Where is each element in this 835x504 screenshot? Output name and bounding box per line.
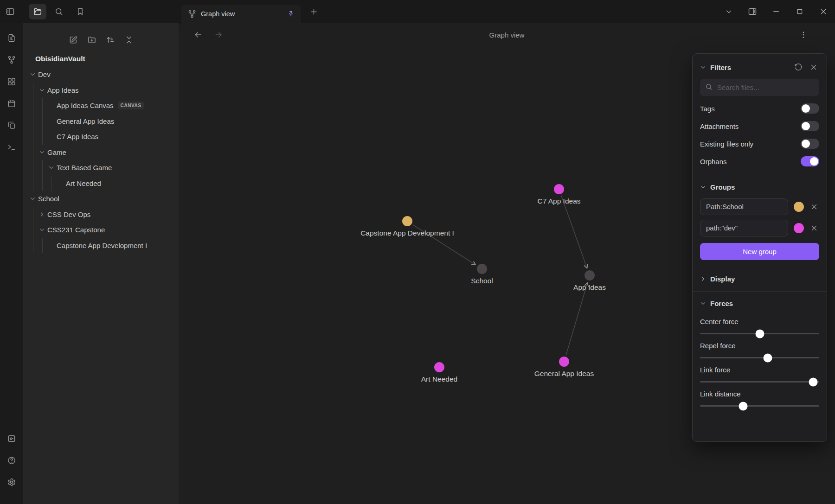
pin-icon[interactable] (287, 10, 295, 18)
sort-order-button[interactable] (105, 34, 116, 45)
forces-section-header[interactable]: Forces (700, 296, 819, 310)
toggle-orphans[interactable] (801, 156, 819, 166)
toggle-knob (802, 104, 810, 113)
chevron-down-icon[interactable] (39, 149, 47, 155)
slider-label: Center force (700, 318, 819, 325)
collapse-all-button[interactable] (123, 34, 135, 45)
indent-guide (30, 207, 39, 223)
chevron-down-icon[interactable] (30, 196, 38, 202)
maximize-button[interactable] (795, 6, 805, 17)
graph-node-appideas[interactable] (584, 270, 595, 281)
close-button[interactable] (818, 6, 829, 17)
group-query-input[interactable]: Path:School (700, 198, 788, 215)
window-controls (724, 0, 829, 23)
tree-item-folder[interactable]: CSS231 Capstone (23, 222, 179, 238)
explorer-header (23, 23, 179, 45)
graph-settings-panel: Filters Search files... TagsAttachmentsE… (692, 53, 827, 442)
rail-terminal-button[interactable] (5, 140, 18, 153)
chevron-down-icon[interactable] (39, 227, 47, 233)
tree-item-file[interactable]: General App Ideas (23, 114, 179, 129)
rail-daily-note-button[interactable] (5, 97, 18, 110)
tab-list-button[interactable] (724, 6, 734, 17)
ribbon-tab-files[interactable] (29, 4, 46, 19)
display-section-header[interactable]: Display (700, 271, 819, 287)
tree-item-file[interactable]: Capstone App Development I (23, 238, 179, 254)
tree-item-file[interactable]: Art Needed (23, 176, 179, 191)
new-group-button[interactable]: New group (700, 243, 819, 260)
chevron-down-icon[interactable] (48, 165, 57, 171)
group-list: Path:Schoolpath:"dev" (700, 198, 819, 236)
rail-templates-button[interactable] (5, 119, 18, 132)
sort-asc-icon (106, 35, 115, 45)
chevron-down-icon[interactable] (39, 87, 47, 93)
group-color-dot[interactable] (794, 223, 804, 233)
group-color-dot[interactable] (794, 202, 804, 212)
remove-group-button[interactable] (809, 223, 819, 233)
close-panel-button[interactable] (808, 62, 819, 73)
graph-node-capstone[interactable] (402, 216, 412, 226)
vault-title[interactable]: ObisidianVault (35, 55, 179, 63)
slider-center-force[interactable] (700, 333, 819, 334)
filter-toggle-row: Tags (700, 100, 819, 117)
slider-link-distance[interactable] (700, 405, 819, 407)
tree-item-file[interactable]: C7 App Ideas (23, 129, 179, 145)
new-note-button[interactable] (68, 34, 79, 45)
rail-settings-button[interactable] (5, 476, 18, 489)
graph-node-label: C7 App Ideas (537, 197, 580, 205)
rail-quick-switcher-button[interactable] (5, 32, 18, 45)
tree-item-folder[interactable]: CSS Dev Ops (23, 207, 179, 223)
restore-defaults-button[interactable] (793, 62, 804, 73)
groups-section-header[interactable]: Groups (700, 180, 819, 194)
toggle-left-sidebar-button[interactable] (4, 5, 17, 18)
toggle-existing-files-only[interactable] (801, 139, 819, 149)
group-query-input[interactable]: path:"dev" (700, 220, 788, 236)
close-icon (809, 63, 818, 71)
tree-item-folder[interactable]: Text Based Game (23, 160, 179, 176)
rail-graph-view-button[interactable] (5, 53, 18, 66)
close-icon (810, 224, 818, 232)
tree-item-file[interactable]: App Ideas CanvasCANVAS (23, 98, 179, 114)
toggle-attachments[interactable] (801, 121, 819, 131)
slider-link-force[interactable] (700, 381, 819, 383)
slider-knob[interactable] (739, 402, 747, 410)
rail-help-button[interactable] (5, 454, 18, 467)
git-fork-icon (7, 55, 16, 64)
graph-node-art[interactable] (434, 362, 444, 372)
graph-edge (561, 195, 587, 268)
ribbon-tab-search[interactable] (50, 4, 68, 19)
graph-node-school[interactable] (477, 264, 487, 274)
indent-guide (30, 222, 39, 238)
new-folder-button[interactable] (86, 34, 97, 45)
chevron-down-icon[interactable] (30, 71, 38, 77)
indent-guide (30, 238, 39, 254)
settings-icon (7, 478, 16, 487)
slider-repel-force[interactable] (700, 357, 819, 358)
graph-node-c7[interactable] (554, 184, 564, 194)
rail-vault-switcher-button[interactable] (5, 432, 18, 445)
new-tab-button[interactable] (307, 5, 320, 18)
tree-item-folder[interactable]: Game (23, 145, 179, 160)
graph-icon (187, 9, 197, 19)
minimize-button[interactable] (771, 6, 781, 17)
graph-node-general[interactable] (559, 357, 569, 367)
slider-knob[interactable] (809, 377, 818, 386)
folder-icon (33, 7, 42, 16)
slider-knob[interactable] (755, 329, 764, 338)
remove-group-button[interactable] (809, 202, 819, 212)
rail-canvas-button[interactable] (5, 75, 18, 88)
search-files-input[interactable]: Search files... (700, 79, 819, 96)
tree-item-folder[interactable]: Dev (23, 67, 179, 83)
toggle-tags[interactable] (801, 103, 819, 114)
filters-section-header[interactable]: Filters (700, 60, 819, 74)
graph-node-label: Art Needed (421, 375, 457, 383)
slider-label: Repel force (700, 342, 819, 350)
tree-item-folder[interactable]: School (23, 191, 179, 207)
ribbon-tab-bookmarks[interactable] (71, 4, 89, 19)
toggle-right-sidebar-button[interactable] (747, 6, 758, 17)
copy-icon (7, 121, 16, 130)
tree-item-folder[interactable]: App Ideas (23, 83, 179, 98)
slider-knob[interactable] (764, 353, 772, 362)
toggle-knob (802, 140, 810, 148)
chevron-right-icon[interactable] (39, 211, 47, 217)
tab-graph-view[interactable]: Graph view (181, 5, 301, 23)
